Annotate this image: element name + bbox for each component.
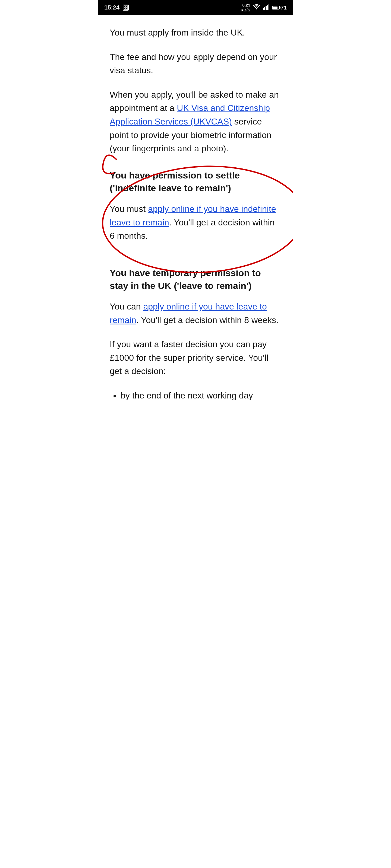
- section-temporary-leave: You have temporary permission to stay in…: [110, 267, 281, 403]
- section-indefinite-leave: You have permission to settle ('indefini…: [110, 166, 281, 243]
- svg-rect-6: [264, 7, 265, 10]
- svg-rect-1: [126, 6, 128, 7]
- bullet-item: by the end of the next working day: [120, 389, 281, 403]
- svg-rect-3: [126, 8, 128, 9]
- status-left: 15:24: [104, 4, 129, 11]
- signal-icon: [263, 4, 269, 11]
- status-bar: 15:24 0.23KB/S: [98, 0, 293, 15]
- para-apply-inside-uk: You must apply from inside the UK.: [110, 26, 281, 40]
- svg-rect-0: [124, 6, 125, 7]
- heading-indefinite-leave: You have permission to settle ('indefini…: [110, 169, 281, 195]
- para-ilr-apply: You must apply online if you have indefi…: [110, 203, 281, 243]
- battery-indicator: 71: [272, 5, 287, 11]
- data-speed: 0.23KB/S: [241, 3, 250, 12]
- svg-rect-2: [124, 8, 125, 9]
- svg-rect-8: [267, 5, 268, 10]
- wifi-icon: [253, 4, 260, 11]
- faster-decision-bullets: by the end of the next working day: [120, 389, 281, 403]
- para-ltr-apply: You can apply online if you have leave t…: [110, 300, 281, 327]
- para-faster-decision: If you want a faster decision you can pa…: [110, 338, 281, 378]
- svg-point-4: [256, 8, 257, 9]
- status-right: 0.23KB/S 71: [241, 3, 287, 12]
- svg-rect-9: [268, 4, 269, 10]
- svg-rect-7: [266, 6, 267, 10]
- battery-level: 71: [281, 5, 287, 11]
- main-content: You must apply from inside the UK. The f…: [98, 15, 293, 425]
- time-display: 15:24: [104, 4, 119, 11]
- screenshot-icon: [123, 5, 129, 10]
- svg-rect-5: [263, 8, 264, 10]
- para-appointment-biometric: When you apply, you'll be asked to make …: [110, 88, 281, 155]
- para-fee-visa-status: The fee and how you apply depend on your…: [110, 51, 281, 77]
- heading-temporary-leave: You have temporary permission to stay in…: [110, 267, 281, 292]
